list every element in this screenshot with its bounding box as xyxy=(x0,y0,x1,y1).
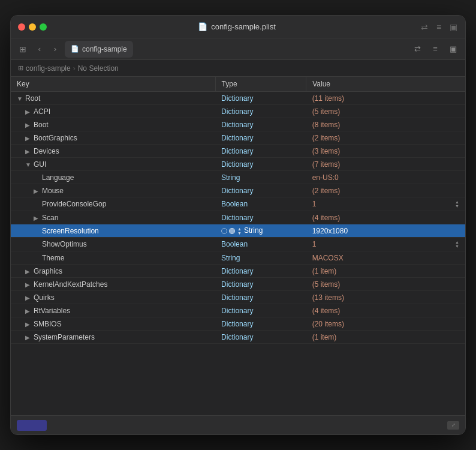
breadcrumb-current: No Selection xyxy=(78,64,119,73)
toolbar-right: ⇄ ≡ ▣ xyxy=(410,42,460,56)
cell-type: Dictionary xyxy=(215,278,306,291)
nav-buttons: ‹ › xyxy=(32,42,62,56)
value-text: 1920x1080 xyxy=(312,227,348,235)
expand-arrow-icon[interactable]: ▶ xyxy=(25,308,34,314)
table-row[interactable]: ▶GraphicsDictionary(1 item) xyxy=(11,265,465,278)
value-text: (3 items) xyxy=(312,147,341,155)
cell-value: (8 items) xyxy=(306,118,465,131)
expand-arrow-icon[interactable]: ▼ xyxy=(25,161,34,168)
circle-icon-2[interactable] xyxy=(229,228,235,234)
circle-icon-1[interactable] xyxy=(221,228,227,234)
type-stepper-up[interactable]: ▲ xyxy=(237,227,242,231)
key-text: Language xyxy=(42,173,74,182)
table-row[interactable]: ▶DevicesDictionary(3 items) xyxy=(11,145,465,158)
expand-arrow-icon[interactable]: ▶ xyxy=(25,122,34,128)
cell-type: Dictionary xyxy=(215,184,306,197)
table-row[interactable]: ShowOptimusBoolean1▲▼ xyxy=(11,238,465,251)
footer-button[interactable] xyxy=(17,420,47,431)
expand-arrow-icon[interactable]: ▶ xyxy=(25,109,34,115)
type-stepper-down[interactable]: ▼ xyxy=(237,231,242,235)
table-row[interactable]: ▶ACPIDictionary(5 items) xyxy=(11,105,465,118)
close-button[interactable] xyxy=(18,23,25,31)
table-row[interactable]: ▼RootDictionary(11 items) xyxy=(11,92,465,105)
table-header: Key Type Value xyxy=(11,77,465,92)
forward-button[interactable]: › xyxy=(48,42,62,56)
value-text: (5 items) xyxy=(312,107,341,116)
value-stepper[interactable]: ▲▼ xyxy=(455,200,459,208)
cell-type: Boolean xyxy=(215,238,306,251)
value-text: (7 items) xyxy=(312,160,341,169)
table-row[interactable]: LanguageStringen-US:0 xyxy=(11,171,465,184)
table-row[interactable]: ProvideConsoleGopBoolean1▲▼ xyxy=(11,197,465,211)
cell-key: Theme xyxy=(11,251,215,265)
table-row[interactable]: ▶ScanDictionary(4 items) xyxy=(11,211,465,224)
table-row[interactable]: ▶SystemParametersDictionary(1 item) xyxy=(11,331,465,344)
expand-arrow-icon[interactable]: ▶ xyxy=(34,188,42,194)
table-row[interactable]: ▶KernelAndKextPatchesDictionary(5 items) xyxy=(11,278,465,291)
split-view-icon[interactable]: ⇄ xyxy=(420,22,429,32)
expand-arrow-icon[interactable]: ▶ xyxy=(25,295,34,301)
cell-type: Dictionary xyxy=(215,131,306,145)
type-text: Dictionary xyxy=(221,214,253,222)
window-title: config-sample.plist xyxy=(211,22,276,31)
cell-value: (2 items) xyxy=(306,131,465,145)
table-row[interactable]: ScreenResolution▲▼String1920x1080 xyxy=(11,224,465,238)
value-stepper-up[interactable]: ▲ xyxy=(455,240,459,244)
expand-arrow-icon[interactable]: ▶ xyxy=(25,281,34,288)
cell-type: Dictionary xyxy=(215,331,306,344)
expand-arrow-icon[interactable]: ▶ xyxy=(34,215,42,221)
key-text: SystemParameters xyxy=(34,333,95,341)
cell-value: 1▲▼ xyxy=(306,238,465,251)
value-text: (11 items) xyxy=(312,94,344,103)
expand-arrow-icon[interactable]: ▶ xyxy=(25,135,34,142)
value-stepper-down[interactable]: ▼ xyxy=(455,204,459,208)
back-button[interactable]: ‹ xyxy=(32,42,47,56)
minimize-button[interactable] xyxy=(29,23,36,31)
expand-arrow-icon[interactable]: ▶ xyxy=(25,321,34,328)
table-row[interactable]: ▶RtVariablesDictionary(4 items) xyxy=(11,304,465,317)
grid-view-button[interactable]: ⊞ xyxy=(16,42,30,56)
cell-type: Dictionary xyxy=(215,118,306,131)
row-action-icons[interactable] xyxy=(221,228,235,234)
table-row[interactable]: ThemeStringMACOSX xyxy=(11,251,465,265)
cell-type: Dictionary xyxy=(215,265,306,278)
cell-type: Dictionary xyxy=(215,211,306,224)
footer-right: ⤢ xyxy=(447,421,459,430)
table-row[interactable]: ▶BootGraphicsDictionary(2 items) xyxy=(11,131,465,145)
title-bar-right: ⇄ ≡ ▣ xyxy=(420,22,458,32)
value-stepper-up[interactable]: ▲ xyxy=(455,200,459,204)
table-row[interactable]: ▼GUIDictionary(7 items) xyxy=(11,158,465,171)
cell-value: (5 items) xyxy=(306,105,465,118)
table-row[interactable]: ▶SMBIOSDictionary(20 items) xyxy=(11,317,465,331)
type-text: Dictionary xyxy=(221,267,253,275)
file-icon: 📄 xyxy=(198,22,207,31)
cell-value: (11 items) xyxy=(306,92,465,105)
toolbar-sidebar-icon[interactable]: ▣ xyxy=(446,42,460,56)
type-stepper[interactable]: ▲▼ xyxy=(237,227,242,235)
maximize-button[interactable] xyxy=(40,23,47,31)
table-row[interactable]: ▶QuirksDictionary(13 items) xyxy=(11,291,465,304)
sidebar-icon[interactable]: ▣ xyxy=(448,22,458,32)
expand-arrow-icon[interactable]: ▶ xyxy=(25,334,34,341)
type-text: Boolean xyxy=(221,240,248,248)
value-stepper-down[interactable]: ▼ xyxy=(455,244,459,248)
key-text: ProvideConsoleGop xyxy=(42,200,106,208)
file-tab[interactable]: 📄 config-sample xyxy=(65,41,133,58)
key-text: KernelAndKextPatches xyxy=(34,280,107,289)
table-row[interactable]: ▶MouseDictionary(2 items) xyxy=(11,184,465,197)
type-text: Dictionary xyxy=(221,307,253,315)
footer-expand-icon[interactable]: ⤢ xyxy=(447,421,459,430)
type-text: Boolean xyxy=(221,200,248,208)
cell-key: ▼Root xyxy=(11,92,215,105)
expand-arrow-icon[interactable]: ▶ xyxy=(25,268,34,275)
value-stepper[interactable]: ▲▼ xyxy=(455,240,459,248)
expand-arrow-icon[interactable]: ▼ xyxy=(17,95,25,102)
key-text: ACPI xyxy=(34,107,50,116)
cell-value: (1 item) xyxy=(306,331,465,344)
toolbar-split-icon[interactable]: ⇄ xyxy=(410,42,424,56)
expand-arrow-icon[interactable]: ▶ xyxy=(25,148,34,155)
list-view-icon[interactable]: ≡ xyxy=(434,22,444,32)
cell-key: ▶RtVariables xyxy=(11,304,215,317)
table-row[interactable]: ▶BootDictionary(8 items) xyxy=(11,118,465,131)
toolbar-list-icon[interactable]: ≡ xyxy=(428,42,442,56)
